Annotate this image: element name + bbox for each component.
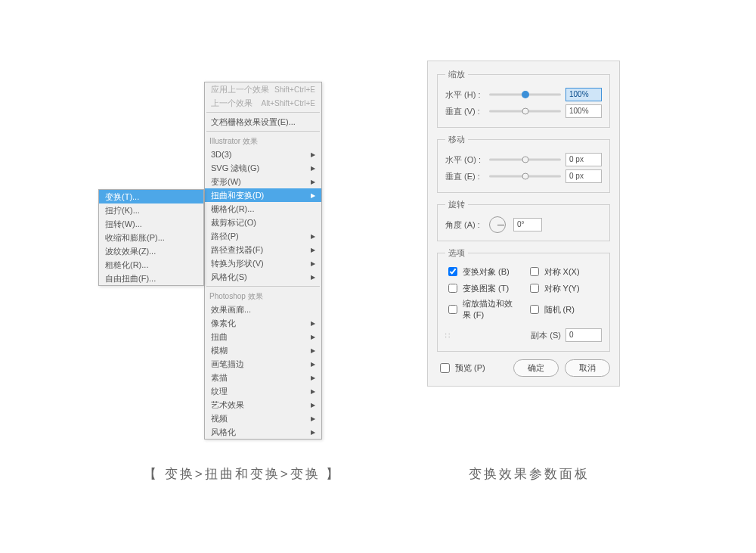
checkbox[interactable]: [530, 284, 539, 293]
menu-item-label: 应用上一个效果: [211, 84, 269, 95]
menu-ai-svg[interactable]: SVG 滤镜(G)▶: [205, 161, 321, 175]
menu-item-label: 收缩和膨胀(P)...: [105, 232, 165, 244]
chevron-right-icon: ▶: [311, 233, 315, 240]
caption-right: 变换效果参数面板: [469, 465, 590, 483]
scale-v-slider[interactable]: [489, 110, 561, 113]
menu-item-label: 扭转(W)...: [105, 219, 142, 230]
cancel-button[interactable]: 取消: [565, 359, 610, 377]
angle-input[interactable]: 0°: [513, 218, 542, 231]
menu-item-label: 视频: [211, 413, 228, 424]
checkbox[interactable]: [530, 305, 539, 314]
menu-ps-pixelate[interactable]: 像素化▶: [205, 316, 321, 330]
menu-item-label: 风格化: [211, 427, 236, 438]
chevron-right-icon: ▶: [311, 165, 315, 172]
opt-label: 变换对象 (B): [463, 266, 510, 278]
menu-item-label: 上一个效果: [211, 98, 253, 109]
opt-transform-objects[interactable]: 变换对象 (B): [445, 265, 521, 278]
checkbox[interactable]: [440, 363, 450, 373]
chevron-right-icon: ▶: [311, 274, 315, 281]
submenu-transform[interactable]: 变换(T)...: [99, 190, 203, 203]
caption-left: 【 变换>扭曲和变换>变换 】: [144, 465, 341, 483]
menu-ai-stylize[interactable]: 风格化(S)▶: [205, 270, 321, 284]
menu-ai-path[interactable]: 路径(P)▶: [205, 229, 321, 243]
checkbox[interactable]: [530, 267, 539, 276]
menu-item-label: 效果画廊...: [211, 304, 251, 315]
menu-ps-sketch[interactable]: 素描▶: [205, 371, 321, 384]
menu-ai-pathfinder[interactable]: 路径查找器(F)▶: [205, 243, 321, 256]
submenu-zigzag[interactable]: 波纹效果(Z)...: [99, 244, 203, 258]
options-group: 选项 变换对象 (B) 对称 X(X) 变换图案 (T) 对称 Y(Y) 缩放描…: [437, 247, 610, 352]
menu-ai-warp[interactable]: 变形(W)▶: [205, 175, 321, 188]
scale-v-input[interactable]: 100%: [565, 104, 602, 118]
chevron-right-icon: ▶: [311, 388, 315, 395]
field-label: 副本 (S): [455, 330, 561, 341]
opt-label: 缩放描边和效果 (F): [463, 298, 521, 321]
rotate-group: 旋转 角度 (A) : 0°: [437, 199, 610, 241]
submenu-free-distort[interactable]: 自由扭曲(F)...: [99, 272, 203, 285]
menu-separator: [206, 131, 320, 132]
menu-ai-rasterize[interactable]: 栅格化(R)...: [205, 202, 321, 216]
menu-ai-convertshape[interactable]: 转换为形状(V)▶: [205, 256, 321, 270]
opt-reflect-x[interactable]: 对称 X(X): [527, 265, 603, 278]
preview-checkbox[interactable]: 预览 (P): [437, 361, 485, 375]
move-v-row: 垂直 (E) : 0 px: [445, 168, 602, 185]
menu-shortcut: Alt+Shift+Ctrl+E: [262, 99, 315, 107]
menu-ai-3d[interactable]: 3D(3)▶: [205, 148, 321, 161]
menu-ps-video[interactable]: 视频▶: [205, 412, 321, 425]
checkbox[interactable]: [448, 267, 457, 276]
scale-h-input[interactable]: 100%: [565, 88, 602, 101]
group-legend: 缩放: [445, 69, 468, 80]
menu-ps-artistic[interactable]: 艺术效果▶: [205, 398, 321, 412]
effects-menu[interactable]: 应用上一个效果 Shift+Ctrl+E 上一个效果 Alt+Shift+Ctr…: [204, 82, 322, 440]
opt-reflect-y[interactable]: 对称 Y(Y): [527, 281, 603, 295]
angle-dial[interactable]: [489, 216, 506, 233]
move-h-input[interactable]: 0 px: [565, 153, 602, 166]
submenu-roughen[interactable]: 粗糙化(R)...: [99, 258, 203, 272]
canvas: 应用上一个效果 Shift+Ctrl+E 上一个效果 Alt+Shift+Ctr…: [0, 0, 756, 553]
menu-item-label: 文档栅格效果设置(E)...: [211, 117, 296, 128]
menu-ps-stylize[interactable]: 风格化▶: [205, 425, 321, 439]
checkbox[interactable]: [448, 284, 457, 293]
field-label: 水平 (H) :: [445, 89, 485, 101]
group-legend: 选项: [445, 247, 468, 259]
chevron-right-icon: ▶: [311, 402, 315, 409]
menu-item-label: 波纹效果(Z)...: [105, 246, 156, 257]
move-v-input[interactable]: 0 px: [565, 169, 602, 183]
menu-ps-gallery[interactable]: 效果画廊...: [205, 303, 321, 316]
field-label: 垂直 (E) :: [445, 171, 485, 182]
menu-item-label: 画笔描边: [211, 359, 244, 370]
submenu-pucker-bloat[interactable]: 收缩和膨胀(P)...: [99, 231, 203, 244]
menu-ps-blur[interactable]: 模糊▶: [205, 343, 321, 357]
anchor-grid-icon[interactable]: ⸬: [445, 331, 451, 340]
scale-group: 缩放 水平 (H) : 100% 垂直 (V) : 100%: [437, 69, 610, 128]
menu-ai-distort-transform[interactable]: 扭曲和变换(D)▶: [205, 188, 321, 202]
ok-button[interactable]: 确定: [513, 359, 559, 377]
menu-last: 上一个效果 Alt+Shift+Ctrl+E: [205, 96, 321, 110]
move-v-slider[interactable]: [489, 175, 561, 178]
menu-section-ps: Photoshop 效果: [205, 289, 321, 303]
scale-h-slider[interactable]: [489, 93, 561, 96]
menu-ai-cropmarks[interactable]: 裁剪标记(O): [205, 216, 321, 229]
menu-ps-distort[interactable]: 扭曲▶: [205, 330, 321, 343]
opt-transform-patterns[interactable]: 变换图案 (T): [445, 281, 521, 295]
opt-label: 对称 Y(Y): [544, 283, 580, 294]
chevron-right-icon: ▶: [311, 361, 315, 368]
submenu-twist[interactable]: 扭拧(K)...: [99, 203, 203, 217]
opt-scale-strokes[interactable]: 缩放描边和效果 (F): [445, 298, 521, 321]
menu-ps-texture[interactable]: 纹理▶: [205, 384, 321, 398]
chevron-right-icon: ▶: [311, 374, 315, 381]
menu-doc-raster[interactable]: 文档栅格效果设置(E)...: [205, 115, 321, 129]
field-label: 角度 (A) :: [445, 219, 485, 231]
move-h-slider[interactable]: [489, 158, 561, 161]
menu-separator: [206, 112, 320, 113]
menu-item-label: 栅格化(R)...: [211, 203, 254, 215]
copies-input[interactable]: 0: [565, 328, 602, 342]
move-h-row: 水平 (O) : 0 px: [445, 151, 602, 168]
submenu-tweak[interactable]: 扭转(W)...: [99, 217, 203, 231]
menu-item-label: 像素化: [211, 318, 236, 329]
opt-random[interactable]: 随机 (R): [527, 298, 603, 321]
rotate-row: 角度 (A) : 0°: [445, 216, 602, 233]
distort-transform-submenu[interactable]: 变换(T)... 扭拧(K)... 扭转(W)... 收缩和膨胀(P)... 波…: [98, 189, 204, 286]
menu-ps-brush[interactable]: 画笔描边▶: [205, 357, 321, 371]
checkbox[interactable]: [448, 305, 457, 314]
